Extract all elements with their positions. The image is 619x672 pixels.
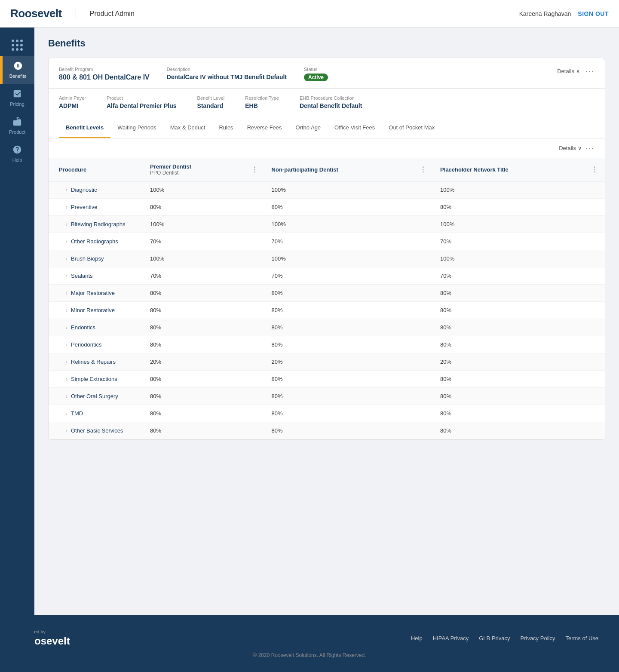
status-label: Status [304, 67, 328, 72]
program-value: 800 & 801 OH DentalCare IV [59, 74, 150, 81]
non-participating-header: Non-participating Dentist ⋮ [265, 158, 434, 181]
expand-icon[interactable]: › [66, 325, 67, 331]
placeholder-cell: 80% [433, 302, 605, 319]
apps-grid-icon[interactable] [12, 40, 23, 51]
sidebar-item-pricing[interactable]: Pricing [0, 84, 34, 112]
table-row: ›Endontics 80% 80% 80% [49, 319, 605, 336]
non-participating-cell: 20% [265, 353, 434, 371]
expand-icon[interactable]: › [66, 187, 67, 193]
premier-cell: 70% [143, 233, 265, 250]
tab-out-of-pocket-max[interactable]: Out of Pocket Max [382, 118, 441, 138]
product-value: Alfa Dental Premier Plus [107, 102, 177, 109]
product-group: Product Alfa Dental Premier Plus [107, 95, 177, 109]
non-participating-column-menu-icon[interactable]: ⋮ [420, 166, 426, 174]
table-row: ›Other Radiographs 70% 70% 70% [49, 233, 605, 250]
benefit-level-label: Benefit Level [197, 95, 225, 101]
premier-cell: 80% [143, 371, 265, 388]
page-title: Benefits [48, 38, 605, 49]
non-participating-cell: 70% [265, 233, 434, 250]
footer-link-help[interactable]: Help [411, 635, 423, 641]
premier-cell: 80% [143, 302, 265, 319]
procedure-cell: ›Endontics [49, 319, 143, 336]
procedure-cell: ›Brush Biopsy [49, 250, 143, 267]
expand-icon[interactable]: › [66, 359, 67, 365]
expand-icon[interactable]: › [66, 376, 67, 382]
sidebar-item-product[interactable]: Product [0, 112, 34, 140]
help-icon [12, 145, 22, 156]
expand-icon[interactable]: › [66, 342, 67, 348]
expand-icon[interactable]: › [66, 428, 67, 434]
expand-icon[interactable]: › [66, 411, 67, 417]
procedure-cell: ›Bitewing Radiographs [49, 216, 143, 233]
procedure-cell: ›Major Restorative [49, 285, 143, 302]
placeholder-cell: 80% [433, 388, 605, 405]
admin-payer-label: Admin Payer [59, 95, 86, 101]
premier-cell: 80% [143, 405, 265, 422]
placeholder-cell: 20% [433, 353, 605, 371]
placeholder-cell: 80% [433, 422, 605, 439]
placeholder-column-menu-icon[interactable]: ⋮ [591, 166, 598, 174]
procedure-cell: ›Other Basic Services [49, 422, 143, 439]
nav-divider [76, 7, 76, 20]
expand-icon[interactable]: › [66, 239, 67, 245]
non-participating-label: Non-participating Dentist [272, 166, 338, 173]
non-participating-cell: 80% [265, 371, 434, 388]
procedure-cell: ›Relines & Repairs [49, 353, 143, 371]
chevron-up-icon: ∧ [576, 68, 580, 74]
table-body: ›Diagnostic 100% 100% 100% ›Preventive 8… [49, 181, 605, 439]
tab-max-deduct[interactable]: Max & Deduct [163, 118, 212, 138]
premier-cell: 100% [143, 250, 265, 267]
footer-link-glb-privacy[interactable]: GLB Privacy [479, 635, 510, 641]
table-details-button[interactable]: Details ∨ [559, 145, 582, 151]
expand-icon[interactable]: › [66, 290, 67, 296]
procedure-cell: ›Preventive [49, 199, 143, 216]
sidebar-benefits-label: Benefits [9, 74, 27, 79]
sidebar-help-label: Help [12, 157, 22, 163]
restriction-type-value: EHB [245, 102, 279, 109]
sidebar-pricing-label: Pricing [10, 101, 25, 107]
expand-icon[interactable]: › [66, 393, 67, 399]
more-options-button[interactable]: ··· [585, 67, 594, 76]
expand-icon[interactable]: › [66, 307, 67, 313]
procedure-cell: ›Periodontics [49, 336, 143, 353]
tabs-bar: Benefit Levels Waiting Periods Max & Ded… [49, 118, 605, 138]
expand-icon[interactable]: › [66, 256, 67, 262]
placeholder-cell: 100% [433, 181, 605, 199]
sidebar-item-benefits[interactable]: Benefits [0, 56, 34, 84]
table-row: ›Periodontics 80% 80% 80% [49, 336, 605, 353]
placeholder-cell: 80% [433, 336, 605, 353]
premier-cell: 80% [143, 422, 265, 439]
table-row: ›Simple Extractions 80% 80% 80% [49, 371, 605, 388]
non-participating-cell: 80% [265, 319, 434, 336]
details-label: Details [557, 68, 574, 74]
details-button[interactable]: Details ∧ [557, 68, 580, 74]
chevron-down-icon: ∨ [578, 145, 582, 151]
sidebar-item-help[interactable]: Help [0, 140, 34, 168]
expand-icon[interactable]: › [66, 204, 67, 210]
tab-rules[interactable]: Rules [212, 118, 240, 138]
premier-column-menu-icon[interactable]: ⋮ [251, 166, 258, 174]
expand-icon[interactable]: › [66, 273, 67, 279]
tab-benefit-levels[interactable]: Benefit Levels [59, 118, 110, 138]
tab-office-visit-fees[interactable]: Office Visit Fees [328, 118, 382, 138]
footer-link-terms-of-use[interactable]: Terms of Use [565, 635, 598, 641]
sign-out-button[interactable]: SIGN OUT [578, 10, 609, 17]
tab-ortho-age[interactable]: Ortho Age [289, 118, 328, 138]
tab-reverse-fees[interactable]: Reverse Fees [240, 118, 289, 138]
footer-link-privacy-policy[interactable]: Privacy Policy [521, 635, 555, 641]
table-header: Procedure Premier Dentist PPO Dentist ⋮ [49, 158, 605, 181]
footer-top: Powered by Roosevelt Help HIPAA Privacy … [21, 629, 598, 647]
table-row: ›Major Restorative 80% 80% 80% [49, 285, 605, 302]
footer-links: Help HIPAA Privacy GLB Privacy Privacy P… [411, 635, 598, 641]
footer-link-hipaa-privacy[interactable]: HIPAA Privacy [433, 635, 469, 641]
sidebar-product-label: Product [9, 129, 25, 135]
non-participating-cell: 80% [265, 199, 434, 216]
tab-waiting-periods[interactable]: Waiting Periods [110, 118, 163, 138]
expand-icon[interactable]: › [66, 221, 67, 227]
ppo-dentist-sublabel: PPO Dentist [150, 170, 191, 176]
table-area: Details ∨ ··· Procedure [49, 138, 605, 439]
dot [20, 44, 23, 46]
procedure-cell: ›Diagnostic [49, 181, 143, 199]
table-more-options-button[interactable]: ··· [585, 144, 594, 153]
dot [20, 48, 23, 51]
